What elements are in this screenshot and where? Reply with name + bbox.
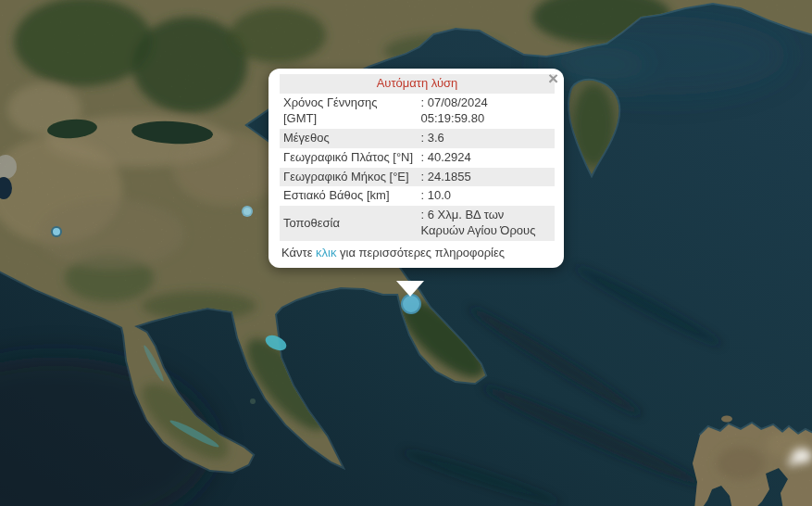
row-label: Γεωγραφικό Μήκος [°E] xyxy=(280,168,418,187)
row-label: Μέγεθος xyxy=(280,129,418,148)
footer-text-prefix: Κάντε xyxy=(281,246,316,259)
row-value: : 07/08/2024 05:19:59.80 xyxy=(418,94,556,129)
table-row: Γεωγραφικό Πλάτος [°N] : 40.2924 xyxy=(280,148,555,168)
popup-close-button[interactable]: × xyxy=(548,70,558,87)
footer-text-suffix: για περισσότερες πληροφορίες xyxy=(336,246,505,259)
row-value: : 6 Χλμ. ΒΔ των Καρυών Αγίου Όρους xyxy=(418,206,556,241)
popup-title: Αυτόματη λύση xyxy=(280,74,555,94)
earthquake-info-table: Αυτόματη λύση Χρόνος Γέννησης [GMT] : 07… xyxy=(280,74,555,241)
table-row: Μέγεθος : 3.6 xyxy=(280,129,555,148)
islet-kelyfos xyxy=(250,398,256,404)
row-label: Γεωγραφικό Πλάτος [°N] xyxy=(280,148,418,168)
table-row: Γεωγραφικό Μήκος [°E] : 24.1855 xyxy=(280,168,555,187)
row-value: : 24.1855 xyxy=(418,168,556,187)
more-info-link[interactable]: κλικ xyxy=(316,246,336,259)
row-label: Εστιακό Βάθος [km] xyxy=(280,186,418,206)
epicenter-mid[interactable] xyxy=(242,206,253,217)
row-value: : 10.0 xyxy=(418,186,556,206)
popup-footer: Κάντε κλικ για περισσότερες πληροφορίες xyxy=(281,246,555,259)
table-row: Εστιακό Βάθος [km] : 10.0 xyxy=(280,186,555,206)
row-label: Χρόνος Γέννησης [GMT] xyxy=(280,94,418,129)
epicenter-west[interactable] xyxy=(51,226,62,237)
row-label: Τοποθεσία xyxy=(280,206,418,241)
table-row: Χρόνος Γέννησης [GMT] : 07/08/2024 05:19… xyxy=(280,94,555,129)
epicenter-main[interactable] xyxy=(401,294,421,314)
row-value: : 40.2924 xyxy=(418,148,556,168)
earthquake-popup: × Αυτόματη λύση Χρόνος Γέννησης [GMT] : … xyxy=(269,69,564,268)
table-row: Τοποθεσία : 6 Χλμ. ΒΔ των Καρυών Αγίου Ό… xyxy=(280,206,555,241)
row-value: : 3.6 xyxy=(418,129,556,148)
